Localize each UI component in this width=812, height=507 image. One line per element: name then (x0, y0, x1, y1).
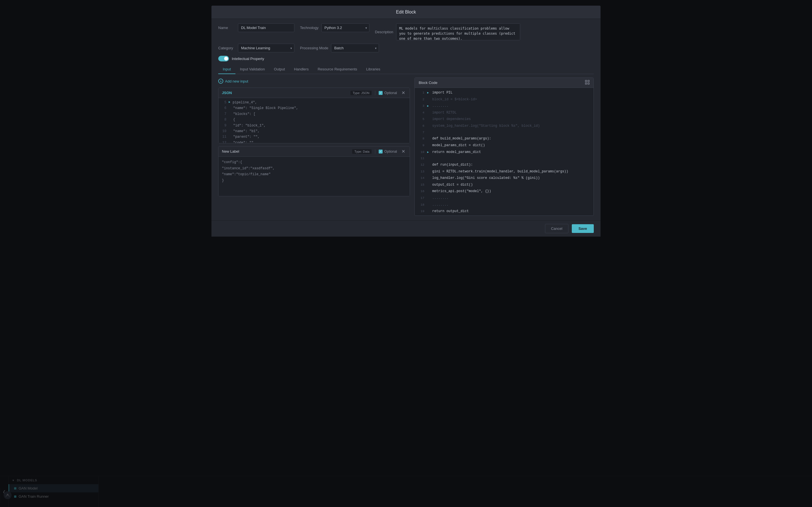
processing-mode-select-wrapper: Batch (331, 44, 379, 52)
form-row-2: Category Machine Learning Processing Mod… (218, 44, 594, 52)
block-code-title: Block Code (419, 80, 437, 85)
optional-checkbox-json[interactable]: Optional (378, 91, 397, 95)
code-line-4: 4 import RZTDL (415, 110, 594, 116)
edit-block-modal: Edit Block Name Technology Python 3.2 (211, 6, 601, 237)
code-line-12: 12 def run(input_dict): (415, 162, 594, 168)
data-type-label: New Label (222, 149, 239, 154)
code-line-13: 13 gini = RZTDL.network.train(model_hand… (415, 168, 594, 175)
code-line-14: 14 log_handler.log("Gini score calculate… (415, 175, 594, 182)
close-data-btn[interactable]: ✕ (400, 149, 406, 154)
code-line-18: 18 ........ (415, 202, 594, 209)
processing-mode-group: Processing Mode Batch (300, 44, 379, 52)
add-input-button[interactable]: + Add new input (218, 77, 410, 85)
save-button[interactable]: Save (572, 224, 594, 233)
description-label: Description (375, 30, 393, 34)
optional-checkbox-data[interactable]: Optional (378, 150, 397, 154)
cancel-button[interactable]: Cancel (545, 224, 568, 233)
tab-handlers[interactable]: Handlers (290, 65, 313, 74)
code-line: 8 { (221, 117, 407, 122)
json-type-badge: Type: JSON (350, 91, 371, 95)
technology-label: Technology (300, 25, 319, 30)
name-group: Name (218, 23, 294, 32)
technology-group: Technology Python 3.2 (300, 23, 369, 32)
ip-toggle[interactable] (218, 56, 229, 61)
code-line: 7 "blocks": [ (221, 111, 407, 117)
input-card-header-data: New Label Type: Data Optional ✕ (218, 147, 410, 157)
code-line-16: 16 metrics_api.post("model", {}) (415, 188, 594, 195)
tab-output[interactable]: Output (269, 65, 290, 74)
optional-label-data: Optional (384, 150, 397, 154)
category-select-wrapper: Machine Learning (238, 44, 294, 52)
expand-button[interactable] (585, 80, 590, 86)
technology-select[interactable]: Python 3.2 (321, 23, 369, 32)
code-line-8: 8 def build_model_params(args): (415, 135, 594, 142)
code-line-3: 3 ▶ ........ (415, 103, 594, 110)
left-panel: + Add new input JSON Type: JSON (218, 77, 410, 216)
code-line: 6 "name": "Single Block Pipeline", (221, 105, 407, 111)
modal-title: Edit Block (217, 10, 595, 15)
data-line: "name":"topic/file_name" (222, 172, 406, 178)
description-group: Description ML models for multiclass cla… (375, 23, 520, 40)
processing-mode-label: Processing Mode (300, 46, 328, 50)
input-card-header-json: JSON Type: JSON Optional ✕ (218, 88, 410, 98)
code-line: 12 "code": "", (221, 140, 407, 143)
form-row-1: Name Technology Python 3.2 Description M… (218, 23, 594, 40)
ip-toggle-row: Intellectual Property (218, 56, 594, 61)
modal-body: Name Technology Python 3.2 Description M… (211, 19, 601, 220)
optional-label-json: Optional (384, 91, 397, 95)
code-line-7: 7 (415, 129, 594, 136)
json-type-label: JSON (222, 91, 232, 95)
tab-input-validation[interactable]: Input Validation (236, 65, 269, 74)
optional-check-data (378, 150, 383, 154)
code-panel-header: Block Code (415, 78, 594, 88)
header-right-json: Type: JSON Optional ✕ (350, 90, 406, 96)
json-code-editor: 5 ▶ pipeline_4", 6 "name": "Single Block… (218, 98, 410, 143)
tab-resource-requirements[interactable]: Resource Requirements (313, 65, 362, 74)
modal-header: Edit Block (211, 6, 601, 19)
header-right-data: Type: Data Optional ✕ (352, 149, 406, 154)
block-code-panel: Block Code 1 (414, 77, 594, 216)
description-textarea[interactable]: ML models for multiclass classification … (396, 23, 520, 40)
ip-label: Intellectual Property (232, 57, 264, 61)
code-line-20: 20 (415, 215, 594, 216)
input-card-title-json: JSON (222, 91, 232, 95)
data-editor: "config":{ "instance_id":"xasdfasdf", "n… (218, 157, 410, 196)
code-line-19: 19 return output_dict (415, 208, 594, 215)
processing-mode-select[interactable]: Batch (331, 44, 379, 52)
input-card-title-data: New Label (222, 149, 239, 154)
data-line: "instance_id":"xasdfasdf", (222, 166, 406, 172)
code-line-11: 11 (415, 156, 594, 162)
add-icon: + (218, 78, 223, 83)
technology-select-wrapper: Python 3.2 (321, 23, 369, 32)
tab-input[interactable]: Input (218, 65, 236, 74)
modal-footer: Cancel Save (211, 220, 601, 237)
code-line-10: 10 ▶ return model_params_dict (415, 149, 594, 156)
add-input-label: Add new input (225, 79, 248, 83)
code-line-1: 1 ▶ import PIL (415, 90, 594, 96)
name-input[interactable] (238, 23, 294, 32)
svg-rect-1 (588, 80, 589, 82)
category-select[interactable]: Machine Learning (238, 44, 294, 52)
tabs-row: Input Input Validation Output Handlers R… (218, 65, 594, 74)
data-line: } (222, 178, 406, 184)
code-line-9: 9 model_params_dict = dict() (415, 142, 594, 149)
code-line-2: 2 block_id = $<block-id> (415, 96, 594, 103)
input-card-data: New Label Type: Data Optional ✕ (218, 146, 410, 196)
svg-rect-3 (588, 83, 589, 84)
code-line: 11 "parent": "", (221, 134, 407, 140)
tab-libraries[interactable]: Libraries (362, 65, 385, 74)
code-line-17: 17 ........ (415, 195, 594, 202)
code-line-6: 6 system_log_handler.log("Starting block… (415, 123, 594, 129)
modal-overlay: Edit Block Name Technology Python 3.2 (0, 0, 812, 507)
code-line-5: 5 import dependencies (415, 116, 594, 123)
input-card-json: JSON Type: JSON Optional ✕ (218, 88, 410, 144)
code-line-15: 15 output_dict = dict() (415, 182, 594, 188)
content-area: + Add new input JSON Type: JSON (218, 77, 594, 216)
svg-rect-2 (585, 83, 587, 84)
close-json-btn[interactable]: ✕ (400, 90, 406, 96)
data-type-badge: Type: Data (352, 149, 371, 154)
optional-check-json (378, 91, 383, 95)
code-line: 9 "id": "block_1", (221, 123, 407, 128)
data-line: "config":{ (222, 159, 406, 166)
svg-rect-0 (585, 80, 587, 82)
